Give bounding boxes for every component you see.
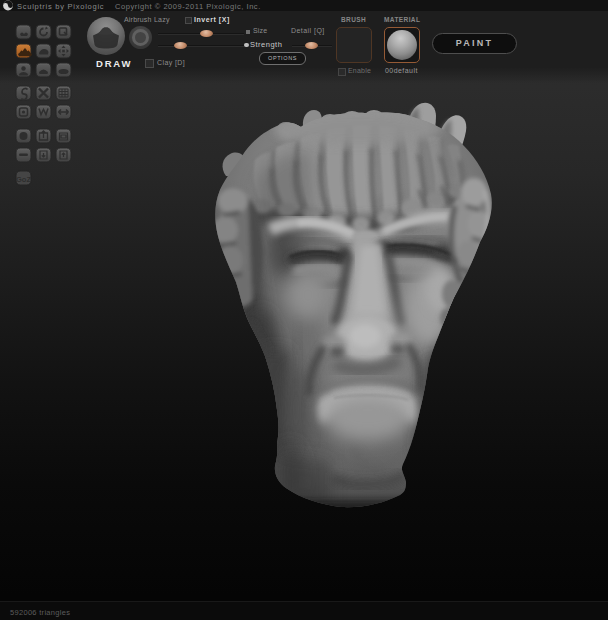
svg-text:DRAW: DRAW (96, 58, 132, 69)
svg-text:GoZ: GoZ (16, 175, 31, 184)
